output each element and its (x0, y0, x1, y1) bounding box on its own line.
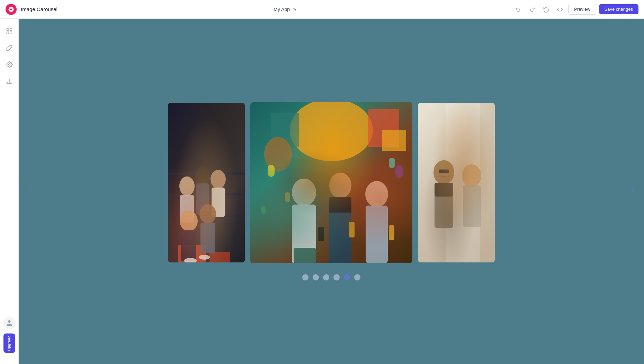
undo-icon (515, 6, 521, 12)
svg-point-28 (184, 258, 197, 262)
svg-point-35 (264, 137, 292, 172)
carousel-dot-3[interactable] (323, 274, 329, 280)
svg-rect-12 (168, 103, 245, 262)
svg-rect-25 (181, 230, 196, 261)
code-icon (557, 6, 563, 12)
svg-rect-57 (439, 170, 449, 173)
code-button[interactable] (554, 4, 565, 15)
svg-rect-36 (268, 165, 275, 177)
upgrade-label: Upgrade (7, 336, 11, 351)
chart-icon (6, 78, 13, 85)
carousel-slide-left (168, 103, 245, 262)
svg-rect-41 (261, 206, 266, 214)
svg-point-42 (292, 179, 316, 206)
carousel-prev-button[interactable]: ‹ (26, 181, 35, 199)
main-layout: Upgrade ‹ (0, 19, 644, 364)
svg-rect-4 (10, 32, 12, 34)
carousel-next-button[interactable]: › (627, 181, 637, 199)
svg-rect-37 (389, 158, 395, 168)
svg-point-18 (179, 176, 195, 196)
avatar (3, 317, 16, 329)
carousel-dot-2[interactable] (313, 274, 319, 280)
app-name: My App (274, 7, 290, 12)
svg-point-22 (211, 170, 226, 189)
redo-button[interactable] (527, 4, 538, 15)
svg-rect-15 (168, 214, 245, 217)
svg-rect-56 (435, 183, 453, 228)
carousel-slide-right (418, 103, 495, 262)
carousel-track (124, 102, 539, 263)
slide-image-center (250, 102, 412, 263)
svg-rect-47 (329, 213, 351, 263)
svg-point-48 (365, 181, 388, 207)
svg-rect-38 (285, 192, 290, 202)
app-logo (6, 4, 17, 15)
svg-rect-33 (368, 109, 399, 147)
widget-title: Image Carousel (21, 6, 57, 12)
svg-point-45 (329, 173, 351, 198)
svg-point-26 (199, 204, 216, 224)
carousel-dot-4[interactable] (333, 274, 340, 280)
sidebar-bottom: Upgrade (3, 317, 16, 358)
svg-rect-43 (292, 205, 316, 263)
carousel-dot-1[interactable] (302, 274, 308, 280)
svg-rect-23 (212, 188, 225, 217)
svg-rect-49 (366, 206, 388, 263)
svg-point-20 (196, 167, 209, 184)
svg-rect-13 (168, 172, 245, 175)
save-button[interactable]: Save changes (599, 4, 638, 14)
svg-rect-17 (209, 252, 230, 262)
svg-rect-16 (178, 245, 206, 262)
grid-icon (6, 28, 13, 35)
upgrade-button[interactable]: Upgrade (3, 333, 15, 353)
restore-button[interactable] (540, 4, 552, 15)
svg-point-55 (433, 160, 454, 184)
svg-line-5 (9, 46, 11, 47)
svg-rect-32 (271, 113, 299, 147)
svg-rect-60 (435, 183, 453, 197)
brush-icon (6, 44, 13, 51)
restore-icon (543, 6, 549, 12)
svg-rect-34 (382, 130, 406, 151)
sidebar-item-design[interactable] (2, 41, 16, 55)
header: Image Carousel My App ✎ (0, 0, 644, 19)
svg-rect-3 (7, 32, 9, 34)
svg-rect-50 (318, 227, 324, 241)
carousel-slide-center (250, 102, 412, 263)
svg-rect-21 (196, 183, 209, 215)
svg-point-40 (395, 165, 403, 179)
svg-rect-44 (294, 248, 316, 263)
svg-rect-51 (349, 222, 355, 237)
sidebar-item-analytics[interactable] (2, 74, 16, 88)
svg-rect-52 (389, 225, 394, 240)
svg-rect-30 (250, 102, 412, 263)
slide-img-svg-right (418, 103, 495, 262)
slide-img-svg-center (250, 102, 412, 263)
undo-button[interactable] (513, 4, 524, 15)
user-avatar-icon (6, 319, 13, 327)
carousel-dot-6[interactable] (354, 274, 360, 280)
svg-rect-53 (418, 103, 495, 262)
svg-point-58 (462, 164, 481, 187)
svg-point-31 (290, 102, 373, 161)
sidebar-item-settings[interactable] (2, 58, 16, 71)
header-actions: Preview Save changes (513, 4, 638, 15)
preview-button[interactable]: Preview (568, 4, 596, 15)
svg-rect-19 (180, 195, 194, 223)
svg-point-11 (8, 320, 10, 323)
svg-point-24 (180, 210, 198, 231)
sidebar-item-dashboard[interactable] (2, 24, 16, 38)
carousel-wrapper (124, 102, 539, 280)
carousel-dot-5[interactable] (344, 274, 350, 280)
logo-icon (8, 6, 14, 12)
slide-img-svg-left (168, 103, 245, 262)
svg-rect-1 (7, 29, 9, 31)
svg-rect-46 (329, 197, 351, 214)
sidebar: Upgrade (0, 19, 19, 364)
carousel-dots (302, 274, 360, 280)
redo-icon (529, 6, 535, 12)
svg-rect-2 (10, 29, 12, 31)
svg-rect-14 (168, 193, 245, 196)
svg-rect-54 (446, 103, 480, 262)
edit-app-name-icon[interactable]: ✎ (293, 7, 297, 12)
